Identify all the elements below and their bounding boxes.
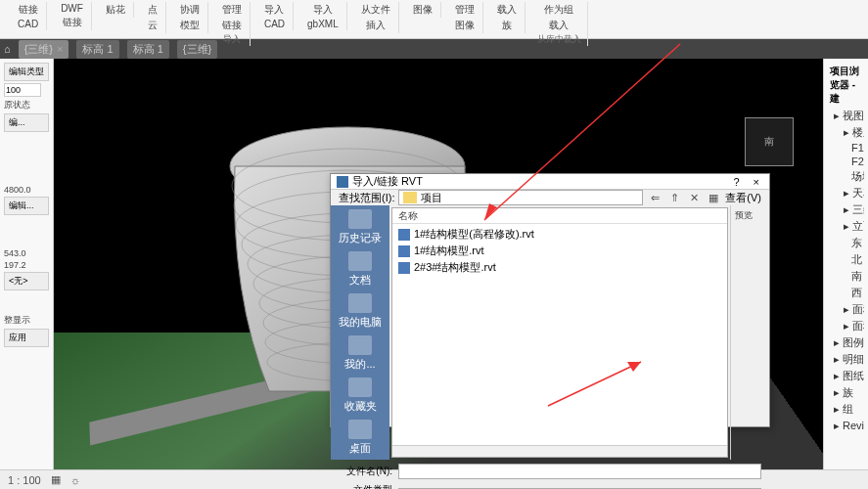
value: 197.2 bbox=[4, 260, 49, 270]
rib-btn[interactable]: 族 bbox=[500, 18, 514, 33]
rvt-file-icon bbox=[398, 262, 410, 274]
view-tab[interactable]: {三维} bbox=[177, 40, 217, 59]
rib-btn[interactable]: 云 bbox=[146, 18, 160, 33]
tree-item[interactable]: ▸ 明细表/表 bbox=[832, 351, 864, 368]
rvt-file-icon bbox=[398, 229, 410, 241]
places-item[interactable]: 我的... bbox=[344, 335, 375, 372]
folder-icon bbox=[403, 192, 417, 203]
view-tab[interactable]: {三维}× bbox=[19, 40, 69, 59]
rib-label: 导入 bbox=[223, 33, 241, 46]
delete-icon[interactable]: ✕ bbox=[686, 190, 702, 205]
help-button[interactable]: ? bbox=[729, 176, 743, 188]
file-item[interactable]: 1#结构模型.rvt bbox=[398, 243, 721, 259]
dialog-bottom: 文件名(N): 文件类型(T): RVT 文件 (*.rvt) 定位(P): 自… bbox=[331, 460, 769, 489]
tree-item[interactable]: 东 bbox=[832, 235, 864, 251]
combo[interactable]: <无> bbox=[4, 272, 49, 290]
home-icon[interactable]: ⌂ bbox=[4, 43, 11, 55]
tree-item[interactable]: ▸ 面积平面 bbox=[832, 318, 864, 334]
tree-item[interactable]: 西 bbox=[832, 285, 864, 301]
rib-btn[interactable]: 链接 bbox=[17, 2, 40, 18]
look-in-combo[interactable]: 项目 bbox=[398, 190, 643, 205]
status-icon[interactable]: ▦ bbox=[51, 473, 61, 486]
rib-btn[interactable]: 导入 bbox=[311, 2, 335, 18]
scale-input[interactable] bbox=[4, 83, 41, 97]
file-list-body[interactable]: 1#结构模型(高程修改).rvt1#结构模型.rvt2#3#结构模型.rvt bbox=[392, 224, 727, 445]
tree-item[interactable]: ▸ 楼层平面 bbox=[832, 124, 864, 141]
new-folder-icon[interactable]: ▦ bbox=[706, 190, 721, 205]
rib-btn[interactable]: 作为组 bbox=[542, 2, 575, 18]
ribbon-group: 协调 模型 bbox=[172, 2, 208, 33]
rib-btn[interactable]: 管理 bbox=[453, 2, 477, 18]
rib-btn[interactable]: 管理 bbox=[220, 2, 244, 18]
dialog-icon bbox=[337, 176, 348, 188]
file-item[interactable]: 1#结构模型(高程修改).rvt bbox=[398, 226, 721, 243]
rib-btn[interactable]: 链接 bbox=[61, 15, 84, 30]
rib-btn[interactable]: 载入 bbox=[495, 2, 519, 18]
tree-item[interactable]: ▸ 面积平面 bbox=[832, 301, 864, 318]
view-button[interactable]: 查看(V) bbox=[725, 191, 761, 205]
status-icon[interactable]: ☼ bbox=[70, 474, 80, 486]
tree-item[interactable]: 北 bbox=[832, 251, 864, 268]
rib-btn[interactable]: 贴花 bbox=[104, 2, 127, 18]
tree-item[interactable]: ▸ 立面 (建 bbox=[832, 218, 864, 235]
filename-input[interactable] bbox=[398, 464, 761, 479]
browser-title: 项目浏览器 - 建 bbox=[828, 63, 864, 108]
tree-item[interactable]: F2 bbox=[832, 155, 864, 168]
tree-item[interactable]: ▸ 三维视图 bbox=[832, 201, 864, 218]
tree-item[interactable]: F1 bbox=[832, 141, 864, 155]
rib-btn[interactable]: 点 bbox=[146, 2, 160, 18]
label: 原状态 bbox=[4, 99, 49, 111]
places-item[interactable]: 文档 bbox=[348, 251, 372, 288]
rib-btn[interactable]: CAD bbox=[262, 18, 287, 30]
rib-btn[interactable]: 图像 bbox=[453, 18, 477, 33]
dialog-titlebar[interactable]: 导入/链接 RVT ? × bbox=[331, 174, 769, 190]
checkbox-label[interactable]: 整显示 bbox=[4, 314, 49, 327]
edit-button[interactable]: 编辑... bbox=[4, 197, 49, 215]
view-tab[interactable]: 标高 1 bbox=[127, 40, 169, 59]
rib-btn[interactable]: 导入 bbox=[262, 2, 286, 18]
place-icon bbox=[348, 335, 372, 355]
places-item[interactable]: 我的电脑 bbox=[339, 293, 382, 330]
column-header[interactable]: 名称 bbox=[392, 208, 727, 224]
rib-btn[interactable]: 协调 bbox=[178, 2, 202, 18]
up-icon[interactable]: ⇑ bbox=[666, 190, 682, 205]
close-icon[interactable]: × bbox=[57, 43, 63, 55]
rib-btn[interactable]: 载入 bbox=[547, 18, 571, 33]
tree-item[interactable]: ▸ 图例 bbox=[832, 334, 864, 351]
tree-item[interactable]: ▸ 天花板平 bbox=[832, 185, 864, 201]
edit-type-button[interactable]: 编辑类型 bbox=[4, 63, 49, 81]
tree-item[interactable]: ▸ 组 bbox=[832, 401, 864, 418]
rib-btn[interactable]: 从文件 bbox=[359, 2, 392, 18]
file-item[interactable]: 2#3#结构模型.rvt bbox=[398, 259, 721, 276]
tree-item[interactable]: 场地 bbox=[832, 168, 864, 185]
close-button[interactable]: × bbox=[750, 176, 763, 188]
places-item[interactable]: 桌面 bbox=[348, 420, 372, 456]
rib-btn[interactable]: CAD bbox=[16, 18, 40, 30]
back-icon[interactable]: ⇐ bbox=[647, 190, 662, 205]
rib-btn[interactable]: 图像 bbox=[411, 2, 434, 18]
apply-button[interactable]: 应用 bbox=[4, 329, 49, 347]
ribbon-group: 从文件 插入 bbox=[353, 2, 399, 33]
rib-btn[interactable]: 链接 bbox=[220, 18, 244, 33]
rib-btn[interactable]: DWF bbox=[59, 2, 85, 15]
edit-button[interactable]: 编... bbox=[4, 113, 49, 132]
rib-btn[interactable]: 插入 bbox=[364, 18, 388, 33]
rib-btn[interactable]: 模型 bbox=[178, 18, 202, 33]
dialog-body: 历史记录文档我的电脑我的...收藏夹桌面 名称 1#结构模型(高程修改).rvt… bbox=[331, 205, 769, 460]
tree-item[interactable]: ▸ 族 bbox=[832, 384, 864, 401]
tree-item[interactable]: ▸ 图纸 (全 bbox=[832, 368, 864, 384]
places-item[interactable]: 历史记录 bbox=[339, 209, 382, 245]
filetype-label: 文件类型(T): bbox=[339, 483, 392, 489]
tree-item[interactable]: ▸ 视图 (全 bbox=[832, 108, 864, 124]
ribbon-group: 图像 bbox=[405, 2, 441, 18]
scale-label[interactable]: 1 : 100 bbox=[8, 474, 41, 486]
tree-item[interactable]: ▸ Revit 链接 bbox=[832, 418, 864, 434]
view-tab[interactable]: 标高 1 bbox=[76, 40, 118, 59]
view-tabs: ⌂ {三维}× 标高 1 标高 1 {三维} bbox=[0, 39, 868, 59]
scrollbar[interactable] bbox=[392, 445, 727, 457]
rib-label: 从库中载入 bbox=[537, 33, 581, 46]
tree-item[interactable]: 南 bbox=[832, 268, 864, 285]
view-cube[interactable]: 南 bbox=[745, 117, 794, 166]
rib-btn[interactable]: gbXML bbox=[305, 18, 341, 30]
places-item[interactable]: 收藏夹 bbox=[344, 378, 377, 414]
